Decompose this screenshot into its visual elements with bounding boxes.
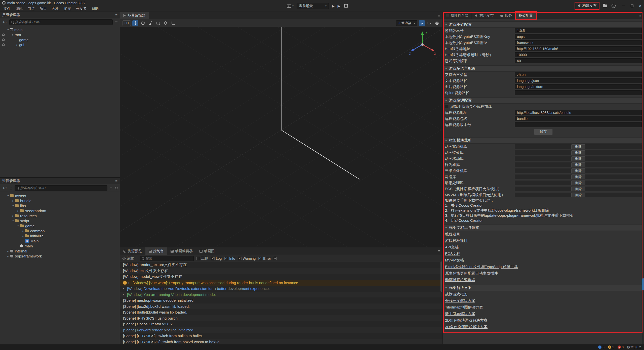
- filter-warning[interactable]: ✓Warning: [238, 256, 256, 260]
- panel-menu-icon[interactable]: ≡: [637, 13, 644, 18]
- expand-arrow-icon[interactable]: ▾: [6, 194, 10, 197]
- assets-sort-button[interactable]: [109, 186, 113, 190]
- hierarchy-search[interactable]: [9, 19, 113, 25]
- tree-node[interactable]: ▾game: [0, 223, 120, 228]
- scene-viewport[interactable]: Y X Z: [120, 27, 442, 247]
- doc-link[interactable]: 新手引导解决方案: [445, 311, 475, 317]
- tree-node[interactable]: ▾libs: [0, 203, 120, 208]
- doc-link[interactable]: 动画状态机编辑器: [445, 277, 475, 283]
- coordinate-toggle-button[interactable]: [170, 20, 176, 26]
- log-row[interactable]: [Scene] Cocos Creator v3.8.2: [120, 321, 442, 327]
- build-publish-button[interactable]: 构建发布: [576, 3, 598, 9]
- menu-item-4[interactable]: 面板: [49, 7, 61, 11]
- delete-button[interactable]: 删除: [571, 181, 585, 185]
- rotate-tool-button[interactable]: [140, 20, 146, 26]
- expand-arrow-icon[interactable]: ▸: [15, 43, 19, 46]
- section-header[interactable]: ∨框架文档工具链接: [443, 225, 644, 231]
- section-header[interactable]: ∨框架解决方案: [443, 285, 644, 291]
- doc-link[interactable]: Excel格式转Json文件与TypeScript代码工具: [445, 264, 518, 270]
- property-input[interactable]: language/json: [515, 78, 642, 83]
- tree-node[interactable]: ▾main: [0, 27, 120, 32]
- warning-count-badge[interactable]: ! 1: [608, 345, 614, 349]
- save-button[interactable]: 保存: [534, 129, 553, 135]
- checkbox-icon[interactable]: ✓: [238, 257, 242, 260]
- doc-link[interactable]: Tiledmap地图解决方案: [445, 304, 483, 311]
- tree-node[interactable]: ▸initialize: [0, 233, 120, 238]
- maximize-button[interactable]: [631, 5, 633, 7]
- doc-link[interactable]: MVVM文档: [445, 257, 464, 264]
- log-row[interactable]: [Scene] Forward render pipeline initiali…: [120, 327, 442, 333]
- scrollbar-thumb[interactable]: [642, 278, 644, 290]
- section-header[interactable]: ∨游戏资源配置: [443, 97, 644, 104]
- info-count-badge[interactable]: i 3: [598, 345, 604, 349]
- panel-menu-icon[interactable]: ≡: [115, 13, 117, 17]
- close-button[interactable]: ×: [639, 4, 641, 8]
- doc-link[interactable]: 战旗游戏框架: [445, 291, 468, 297]
- scene-gear-button[interactable]: [434, 20, 440, 26]
- section-header[interactable]: ∨游戏基础配置: [443, 21, 644, 28]
- log-row[interactable]: [Window] render_texture文件夹不存在: [120, 262, 442, 268]
- log-row[interactable]: [Scene] [bullet]:bullet wasm lib loaded.: [120, 309, 442, 315]
- scene-select[interactable]: 当前场景 ▾: [297, 3, 329, 9]
- property-input[interactable]: 1.0.5: [515, 28, 642, 33]
- expand-arrow-icon[interactable]: ▸: [16, 209, 20, 212]
- tab-console-0[interactable]: 资源预览: [120, 247, 145, 255]
- doc-link[interactable]: 2D角色扮演游戏解决方案: [445, 317, 488, 324]
- tree-node[interactable]: ▾script: [0, 218, 120, 223]
- log-row[interactable]: [Scene] [PHYSICS]: switch from builtin t…: [120, 333, 442, 339]
- menu-item-0[interactable]: 文件: [1, 7, 13, 11]
- doc-link[interactable]: API文档: [445, 244, 459, 250]
- tree-node[interactable]: ▸bundle: [0, 198, 120, 203]
- property-input[interactable]: http://192.168.0.150/main/: [515, 46, 642, 51]
- camera-settings-button[interactable]: [426, 20, 432, 26]
- property-input[interactable]: 60: [515, 58, 642, 63]
- import-asset-button[interactable]: [9, 186, 13, 190]
- play-button[interactable]: ▶: [332, 4, 335, 8]
- console-search-input[interactable]: [145, 256, 192, 260]
- tab-console-2[interactable]: 动画编辑器: [167, 247, 196, 255]
- help-button[interactable]: ?: [612, 4, 616, 8]
- menu-item-1[interactable]: 编辑: [13, 7, 25, 11]
- delete-button[interactable]: 删除: [571, 162, 585, 167]
- expand-arrow-icon[interactable]: ▾: [16, 225, 20, 227]
- property-input[interactable]: language/texture: [515, 84, 642, 89]
- expand-arrow-icon[interactable]: ▸: [11, 214, 15, 217]
- log-settings-button[interactable]: [274, 257, 276, 260]
- rect-tool-button[interactable]: [155, 20, 161, 26]
- menu-item-5[interactable]: 扩展: [61, 7, 73, 11]
- assets-search-input[interactable]: [20, 186, 105, 190]
- log-row[interactable]: [Scene] [PHYSICS]: using builtin.: [120, 315, 442, 321]
- doc-link[interactable]: ECS文档: [445, 250, 460, 257]
- delete-button[interactable]: 删除: [571, 193, 585, 197]
- tab-scene-editor[interactable]: 场景编辑器: [120, 12, 149, 19]
- property-input[interactable]: bundle: [515, 116, 642, 121]
- log-row[interactable]: [Window] model_view文件夹不存在: [120, 274, 442, 280]
- open-project-folder-button[interactable]: [603, 5, 607, 7]
- remote-load-checkbox[interactable]: [445, 105, 448, 108]
- delete-button[interactable]: 删除: [571, 150, 585, 155]
- tab-inspector-3[interactable]: 框架配置: [515, 12, 536, 19]
- expand-arrow-icon[interactable]: ▸: [129, 281, 133, 284]
- log-row[interactable]: ▸[Window] You are running Vue in develop…: [120, 292, 442, 298]
- tree-node[interactable]: ▾root: [0, 32, 120, 37]
- tree-node[interactable]: game: [0, 37, 120, 42]
- expand-arrow-icon[interactable]: ▸: [123, 293, 127, 296]
- console-scrollbar[interactable]: [440, 261, 442, 292]
- expand-arrow-icon[interactable]: ▸: [123, 287, 127, 290]
- property-input[interactable]: zh,en: [515, 72, 642, 77]
- clear-console-button[interactable]: 清空: [123, 256, 134, 261]
- tab-console-1[interactable]: 控制台: [145, 247, 167, 255]
- axis-gizmo[interactable]: Y X Z: [408, 29, 437, 58]
- menu-item-6[interactable]: 开发者: [73, 7, 89, 11]
- property-input[interactable]: [515, 122, 642, 127]
- log-row[interactable]: [Scene] [box2d]:box2d wasm lib loaded.: [120, 303, 442, 310]
- menu-item-3[interactable]: 项目: [37, 7, 49, 11]
- section-header[interactable]: ∨框架模块裁剪: [443, 137, 644, 144]
- pivot-toggle-button[interactable]: [163, 20, 169, 26]
- tree-node[interactable]: ▸resources: [0, 213, 120, 218]
- panel-menu-icon[interactable]: ≡: [115, 179, 117, 183]
- property-input[interactable]: oops: [515, 34, 642, 39]
- tree-node[interactable]: ▸oops-framework: [0, 253, 120, 258]
- delete-button[interactable]: 删除: [571, 144, 585, 149]
- section-header[interactable]: ∨游戏多语言配置: [443, 65, 644, 72]
